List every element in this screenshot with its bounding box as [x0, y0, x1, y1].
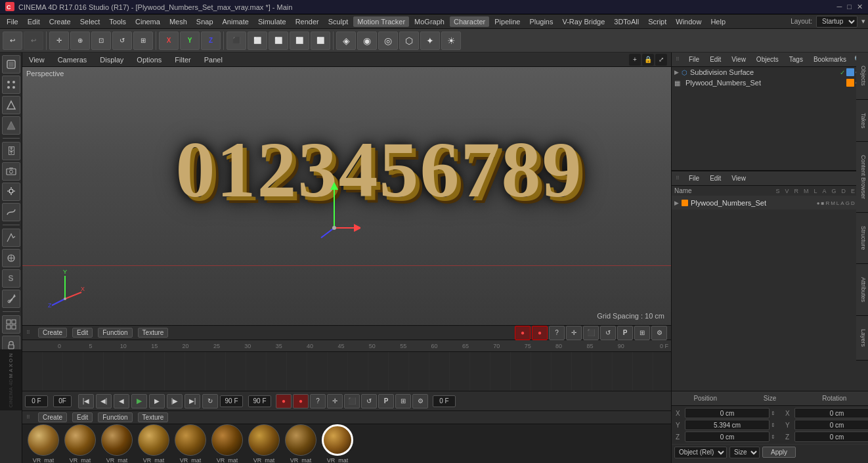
attrs-tab-file[interactable]: File: [685, 173, 703, 183]
viewport-btn1[interactable]: ⬛: [227, 32, 246, 50]
layout-arrow[interactable]: ▾: [861, 17, 865, 26]
sidebar-scene-btn[interactable]: 🗄: [2, 142, 20, 160]
coord-size-dropdown[interactable]: Size: [729, 447, 760, 458]
transport-next-frame[interactable]: ▶: [149, 394, 165, 408]
material-item-1[interactable]: VR_mat: [63, 424, 97, 463]
material-item-6[interactable]: VR_mat: [247, 424, 281, 463]
menu-mesh[interactable]: Mesh: [165, 16, 191, 27]
transport-settings-btn[interactable]: ⚙: [651, 326, 667, 340]
render-btn[interactable]: ✦: [420, 32, 440, 50]
sidebar-spline-btn[interactable]: [2, 203, 20, 221]
cube-btn[interactable]: ◈: [336, 32, 356, 50]
transport-next-key[interactable]: |▶: [167, 394, 183, 408]
coord-size-z-field[interactable]: [794, 431, 868, 442]
minimize-btn[interactable]: ─: [837, 3, 842, 11]
scale-tool[interactable]: ⊡: [91, 32, 111, 50]
transport-loop-btn[interactable]: ↺: [600, 326, 616, 340]
objects-tab-file[interactable]: File: [685, 55, 703, 64]
menu-simulate[interactable]: Simulate: [254, 16, 290, 27]
tl-create-btn[interactable]: Create: [38, 328, 67, 338]
settings-keys-btn[interactable]: ⚙: [412, 394, 428, 408]
menu-pipeline[interactable]: Pipeline: [490, 16, 524, 27]
viewport[interactable]: Perspective 0123456789: [22, 67, 671, 325]
vp-menu-cameras[interactable]: Cameras: [55, 55, 90, 65]
transport-record-btn[interactable]: ●: [515, 326, 531, 340]
grid-keys-btn[interactable]: ⊞: [395, 394, 411, 408]
viewport-btn2[interactable]: ⬜: [248, 32, 267, 50]
coord-pos-y-field[interactable]: [685, 420, 770, 430]
menu-cinema[interactable]: Cinema: [131, 16, 164, 27]
sidebar-tool2[interactable]: [2, 249, 20, 267]
material-item-7[interactable]: VR_mat: [284, 424, 318, 463]
menu-3dtoall[interactable]: 3DToAll: [610, 16, 643, 27]
vp-menu-panel[interactable]: Panel: [202, 55, 225, 65]
sidebar-poly-mode[interactable]: [2, 116, 20, 135]
material-item-0[interactable]: VR_mat: [26, 424, 60, 463]
move-tool[interactable]: ⊕: [70, 32, 90, 50]
sidebar-brush-btn[interactable]: [2, 290, 20, 308]
sidebar-point-mode[interactable]: [2, 76, 20, 94]
coord-size-y-field[interactable]: [794, 420, 868, 430]
objects-tab-view[interactable]: View: [727, 55, 750, 64]
objects-tab-tags[interactable]: Tags: [785, 55, 807, 64]
frame-out-field[interactable]: [248, 395, 271, 407]
vp-menu-view[interactable]: View: [26, 55, 47, 65]
material-item-4[interactable]: VR_mat: [173, 424, 207, 463]
shade-btn[interactable]: ◉: [357, 32, 377, 50]
sidebar-object-mode[interactable]: [2, 55, 20, 74]
undo-btn[interactable]: ↩: [3, 32, 22, 50]
record-btn[interactable]: ●: [276, 394, 292, 408]
sidebar-camera-btn[interactable]: [2, 162, 20, 181]
tl-texture-btn[interactable]: Texture: [138, 328, 169, 338]
coord-mode-dropdown[interactable]: Object (Rel): [674, 447, 727, 458]
menu-animate[interactable]: Animate: [219, 16, 253, 27]
frame-end-field[interactable]: [220, 395, 243, 407]
x-axis-btn[interactable]: X: [159, 32, 179, 50]
menu-edit[interactable]: Edit: [24, 16, 44, 27]
viewport-btn5[interactable]: ⬜: [311, 32, 330, 50]
transport-record-mode-btn[interactable]: ●: [532, 326, 548, 340]
sidebar-light-btn[interactable]: [2, 183, 20, 201]
mat-btn[interactable]: ⬡: [399, 32, 419, 50]
transport-goto-end[interactable]: ▶|: [184, 394, 200, 408]
p-keys-btn[interactable]: P: [378, 394, 394, 408]
objects-tab-edit[interactable]: Edit: [706, 55, 725, 64]
mat-create-btn[interactable]: Create: [38, 412, 67, 422]
select-keys-btn[interactable]: ⬛: [344, 394, 360, 408]
z-axis-btn[interactable]: Z: [201, 32, 221, 50]
loop-keys-btn[interactable]: ↺: [361, 394, 377, 408]
coord-size-x-field[interactable]: [794, 408, 868, 418]
current-frame-field[interactable]: [433, 395, 456, 407]
menu-tools[interactable]: Tools: [105, 16, 130, 27]
cursor-tool[interactable]: ✛: [49, 32, 69, 50]
tab-layers[interactable]: Layers: [856, 316, 868, 361]
coord-pos-z-spinner[interactable]: ⇕: [771, 434, 779, 440]
apply-button[interactable]: Apply: [762, 447, 796, 458]
attrs-tab-edit[interactable]: Edit: [706, 173, 725, 183]
record-auto-btn[interactable]: ●: [293, 394, 309, 408]
menu-vray[interactable]: V-Ray Bridge: [558, 16, 609, 27]
coord-pos-x-field[interactable]: [685, 408, 770, 418]
mat-texture-btn[interactable]: Texture: [138, 412, 169, 422]
menu-snap[interactable]: Snap: [192, 16, 217, 27]
objects-tab-bookmarks[interactable]: Bookmarks: [810, 55, 850, 64]
menu-script[interactable]: Script: [644, 16, 670, 27]
menu-file[interactable]: File: [3, 16, 22, 27]
coord-pos-x-spinner[interactable]: ⇕: [771, 410, 779, 416]
menu-mograph[interactable]: MoGraph: [410, 16, 448, 27]
sidebar-grid-btn[interactable]: [2, 315, 20, 334]
obj-plywood-row[interactable]: ▦ Plywood_Numbers_Set ● ✕: [672, 77, 868, 88]
maximize-btn[interactable]: □: [847, 3, 852, 11]
frame-in-field[interactable]: [53, 395, 72, 407]
transport-p-btn[interactable]: P: [617, 326, 633, 340]
material-item-2[interactable]: VR_mat: [100, 424, 134, 463]
transform-tool[interactable]: ⊞: [133, 32, 153, 50]
objects-tab-objects[interactable]: Objects: [752, 55, 783, 64]
menu-sculpt[interactable]: Sculpt: [324, 16, 353, 27]
attrs-plywood-row[interactable]: ▶ Plywood_Numbers_Set ● ■ R M L A G D E …: [672, 196, 868, 209]
transport-move-key-btn[interactable]: ✛: [566, 326, 582, 340]
motion-clip-btn[interactable]: ?: [310, 394, 326, 408]
transport-loop-play[interactable]: ↻: [202, 394, 218, 408]
material-item-8[interactable]: VR_mat: [320, 424, 355, 463]
material-item-3[interactable]: VR_mat: [137, 424, 171, 463]
